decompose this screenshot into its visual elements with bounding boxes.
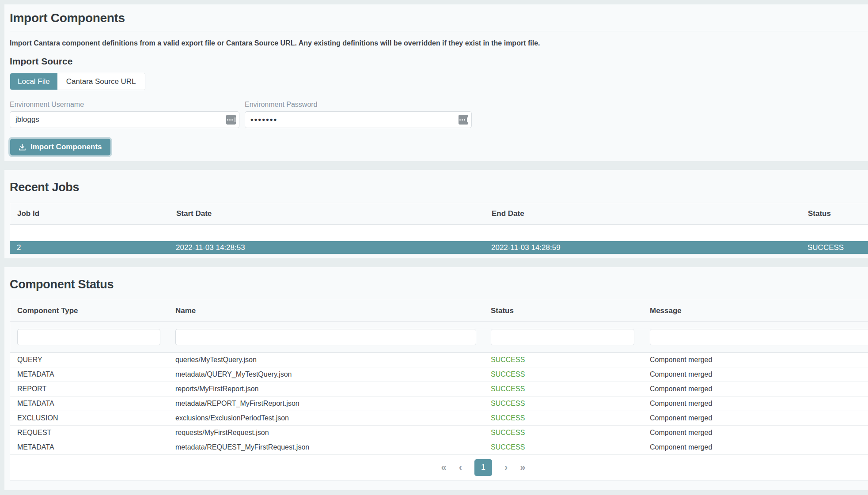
component-name-cell: exclusions/ExclusionPeriodTest.json	[168, 414, 484, 422]
component-status-cell: SUCCESS	[484, 385, 643, 393]
import-button-label: Import Components	[30, 143, 102, 151]
component-message-cell: Component merged	[643, 385, 868, 393]
download-icon	[19, 144, 26, 151]
component-type-cell: REQUEST	[10, 429, 168, 437]
component-type-cell: EXCLUSION	[10, 414, 168, 422]
tab-local-file[interactable]: Local File	[10, 73, 57, 90]
credentials-row: Environment Username Environment Passwor…	[10, 101, 868, 128]
component-message-cell: Component merged	[643, 443, 868, 451]
component-name-cell: reports/MyFirstReport.json	[168, 385, 484, 393]
component-message-cell: Component merged	[643, 414, 868, 422]
column-header-start-date[interactable]: Start Date	[169, 209, 485, 218]
column-header-job-id[interactable]: Job Id	[10, 209, 169, 218]
component-message-cell: Component merged	[643, 429, 868, 437]
component-row[interactable]: METADATA metadata/QUERY_MyTestQuery.json…	[10, 367, 868, 382]
import-source-heading: Import Source	[10, 56, 868, 67]
component-row[interactable]: METADATA metadata/REQUEST_MyFirstRequest…	[10, 440, 868, 455]
component-status-cell: SUCCESS	[484, 429, 643, 437]
autofill-icon[interactable]	[459, 115, 468, 125]
next-page-icon[interactable]: ›	[504, 463, 508, 472]
filter-row	[10, 322, 868, 353]
column-header-component-type[interactable]: Component Type	[10, 306, 168, 315]
component-rows: QUERY queries/MyTestQuery.json SUCCESS C…	[10, 353, 868, 455]
component-message-cell: Component merged	[643, 356, 868, 364]
component-status-header-row: Component Type Name Status Message	[10, 300, 868, 322]
component-name-cell: requests/MyFirstRequest.json	[168, 429, 484, 437]
component-status-table: Component Type Name Status Message QUERY…	[10, 300, 868, 480]
column-header-name[interactable]: Name	[168, 306, 484, 315]
component-row[interactable]: METADATA metadata/REPORT_MyFirstReport.j…	[10, 397, 868, 411]
component-status-cell: SUCCESS	[484, 370, 643, 378]
recent-jobs-table: Job Id Start Date End Date Status 2 2022…	[10, 203, 868, 254]
autofill-icon[interactable]	[226, 115, 236, 125]
first-page-icon[interactable]: «	[441, 463, 446, 472]
component-status-cell: SUCCESS	[484, 400, 643, 408]
page: Import Components Import Cantara compone…	[4, 4, 868, 490]
import-components-panel: Import Components Import Cantara compone…	[4, 4, 868, 161]
column-header-status[interactable]: Status	[484, 306, 643, 315]
divider	[10, 31, 868, 31]
previous-page-icon[interactable]: ‹	[459, 463, 462, 472]
filter-name-input[interactable]	[175, 329, 476, 345]
component-status-cell: SUCCESS	[484, 414, 643, 422]
component-row[interactable]: QUERY queries/MyTestQuery.json SUCCESS C…	[10, 353, 868, 367]
component-type-cell: METADATA	[10, 443, 168, 451]
empty-row	[10, 225, 868, 241]
job-end-cell: 2022-11-03 14:28:59	[484, 243, 800, 252]
component-status-heading: Component Status	[10, 278, 868, 291]
component-status-cell: SUCCESS	[484, 356, 643, 364]
job-row-selected[interactable]: 2 2022-11-03 14:28:53 2022-11-03 14:28:5…	[10, 241, 868, 254]
component-type-cell: METADATA	[10, 400, 168, 408]
username-label: Environment Username	[10, 101, 239, 109]
import-components-button[interactable]: Import Components	[10, 139, 110, 155]
username-input[interactable]	[10, 111, 239, 128]
column-header-message[interactable]: Message	[643, 306, 868, 315]
page-title: Import Components	[10, 11, 868, 26]
component-row[interactable]: EXCLUSION exclusions/ExclusionPeriodTest…	[10, 411, 868, 426]
password-input[interactable]	[245, 111, 472, 128]
component-name-cell: metadata/REPORT_MyFirstReport.json	[168, 400, 484, 408]
component-type-cell: METADATA	[10, 370, 168, 378]
component-status-cell: SUCCESS	[484, 443, 643, 451]
component-row[interactable]: REQUEST requests/MyFirstRequest.json SUC…	[10, 426, 868, 440]
column-header-end-date[interactable]: End Date	[485, 209, 801, 218]
job-start-cell: 2022-11-03 14:28:53	[169, 243, 484, 252]
import-source-toggle: Local File Cantara Source URL	[10, 73, 145, 90]
component-name-cell: metadata/QUERY_MyTestQuery.json	[168, 370, 484, 378]
recent-jobs-heading: Recent Jobs	[10, 181, 868, 194]
filter-component-type-input[interactable]	[17, 329, 160, 345]
component-type-cell: QUERY	[10, 356, 168, 364]
job-id-cell: 2	[10, 243, 169, 252]
job-status-cell: SUCCESS	[800, 243, 868, 252]
filter-status-input[interactable]	[491, 329, 634, 345]
import-description: Import Cantara component definitions fro…	[10, 39, 868, 47]
component-message-cell: Component merged	[643, 370, 868, 378]
filter-message-input[interactable]	[650, 329, 868, 345]
component-status-panel: Component Status Component Type Name Sta…	[4, 267, 868, 490]
username-field-group: Environment Username	[10, 101, 239, 128]
pagination-row: « ‹ 1 › »	[10, 455, 868, 480]
recent-jobs-header-row: Job Id Start Date End Date Status	[10, 203, 868, 225]
column-header-status[interactable]: Status	[801, 209, 868, 218]
pagination: « ‹ 1 › »	[441, 459, 525, 476]
component-type-cell: REPORT	[10, 385, 168, 393]
password-field-group: Environment Password	[245, 101, 472, 128]
component-name-cell: metadata/REQUEST_MyFirstRequest.json	[168, 443, 484, 451]
component-row[interactable]: REPORT reports/MyFirstReport.json SUCCES…	[10, 382, 868, 397]
component-message-cell: Component merged	[643, 400, 868, 408]
password-label: Environment Password	[245, 101, 472, 109]
last-page-icon[interactable]: »	[520, 463, 525, 472]
component-name-cell: queries/MyTestQuery.json	[168, 356, 484, 364]
recent-jobs-panel: Recent Jobs Job Id Start Date End Date S…	[4, 170, 868, 258]
tab-cantara-source-url[interactable]: Cantara Source URL	[57, 73, 145, 90]
page-number-current[interactable]: 1	[474, 459, 492, 476]
